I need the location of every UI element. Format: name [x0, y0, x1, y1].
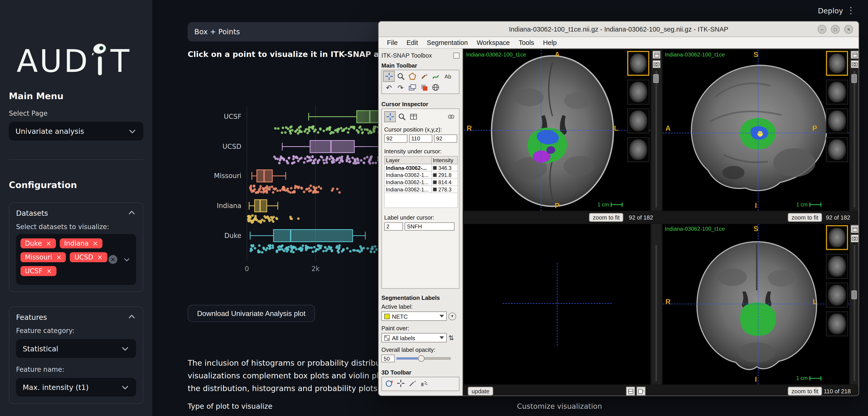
cursor-x-input[interactable] — [384, 134, 407, 143]
thumbnail[interactable] — [826, 79, 848, 104]
zoom-to-fit-button[interactable]: zoom to fit — [788, 213, 822, 222]
crosshair-vertical[interactable] — [758, 50, 758, 211]
series-Missouri[interactable] — [249, 170, 341, 194]
render-layout-icon[interactable] — [637, 387, 646, 395]
thumbnail[interactable] — [826, 254, 848, 279]
download-plot-button[interactable]: Download Univariate Analysis plot — [188, 305, 315, 322]
points[interactable] — [249, 184, 341, 194]
paintbrush-tool-icon[interactable] — [418, 71, 430, 82]
thumbnail[interactable] — [826, 312, 848, 337]
opacity-input[interactable] — [381, 355, 395, 362]
zoom-mode-icon[interactable] — [396, 111, 407, 122]
menu-edit[interactable]: Edit — [403, 39, 422, 46]
render-viewport[interactable] — [464, 224, 651, 384]
dataset-tag[interactable]: Missouri× — [21, 252, 66, 262]
table-mode-icon[interactable] — [407, 111, 419, 122]
undo-icon[interactable]: ↶ — [383, 82, 395, 93]
close-button[interactable]: × — [844, 25, 853, 34]
menu-tools[interactable]: Tools — [515, 39, 538, 46]
polygon-tool-icon[interactable] — [406, 71, 418, 82]
snake-tool-icon[interactable] — [430, 71, 441, 82]
panel-expand-icon[interactable] — [851, 51, 859, 59]
panel-expand-icon[interactable] — [653, 51, 660, 59]
cursor-y-input[interactable] — [409, 134, 432, 143]
crosshair-mode-icon[interactable] — [384, 111, 396, 122]
render-options-icon[interactable] — [626, 387, 635, 395]
remove-tag-icon[interactable]: × — [56, 253, 62, 261]
mesh-icon[interactable] — [430, 82, 441, 93]
maximize-button[interactable]: □ — [831, 25, 840, 34]
annotation-tool-icon[interactable]: Ab — [441, 71, 453, 82]
datasets-multiselect[interactable]: Duke× Indiana× Missouri× UCSD× UCSF× ✕ — [16, 234, 136, 285]
cursor-z-input[interactable] — [434, 134, 457, 143]
opacity-slider[interactable] — [396, 355, 451, 362]
crosshair-horizontal[interactable] — [464, 130, 651, 130]
sagittal-viewport[interactable]: Indiana-03062-100_t1ce S A P I 1 cm — [662, 50, 849, 211]
camera-icon[interactable] — [653, 60, 660, 68]
dataset-tag[interactable]: Duke× — [21, 238, 56, 248]
window-titlebar[interactable]: Indiana-03062-100_t1ce.nii.gz - Indiana-… — [379, 22, 859, 37]
points[interactable] — [249, 244, 378, 254]
thumbnail[interactable] — [627, 108, 649, 133]
paint-over-select[interactable]: All labels — [381, 333, 447, 342]
panel-expand-icon[interactable] — [851, 225, 859, 233]
remove-tag-icon[interactable]: × — [46, 239, 52, 247]
page-select[interactable]: Univariate analysis — [9, 122, 144, 141]
thumbnail[interactable] — [826, 137, 848, 162]
series-Indiana[interactable] — [247, 200, 300, 224]
scalpel-3d-icon[interactable] — [406, 378, 418, 389]
crosshair-horizontal[interactable] — [662, 133, 849, 133]
coronal-viewport[interactable]: Indiana-03062-100_t1ce S R L I 1 cm — [662, 224, 849, 384]
datasets-expander-header[interactable]: Datasets — [9, 203, 143, 223]
label-name-input[interactable] — [405, 222, 455, 231]
remove-tag-icon[interactable]: × — [97, 253, 103, 261]
crosshair-tool-icon[interactable] — [383, 71, 395, 82]
crosshair-horizontal[interactable] — [662, 304, 849, 304]
slice-slider[interactable] — [653, 74, 659, 83]
slice-slider[interactable] — [851, 74, 857, 83]
features-expander-header[interactable]: Features — [9, 307, 143, 327]
active-label-select[interactable]: NETC — [381, 312, 447, 321]
layer-inspector-icon[interactable] — [406, 82, 418, 93]
opacity-slider-thumb[interactable] — [418, 355, 425, 362]
sagittal-brain-image[interactable] — [662, 50, 849, 211]
feature-category-select[interactable]: Statistical — [16, 339, 136, 358]
camera-icon[interactable] — [851, 234, 859, 242]
rotate-3d-icon[interactable] — [383, 378, 395, 389]
series-UCSD[interactable] — [273, 140, 382, 165]
redo-icon[interactable]: ↷ — [395, 82, 406, 93]
points[interactable] — [247, 214, 300, 224]
toolbox-dock-icon[interactable] — [453, 52, 459, 58]
remove-tag-icon[interactable]: × — [93, 239, 98, 247]
label-overlay-icon[interactable] — [418, 82, 430, 93]
zoom-to-fit-button[interactable]: zoom to fit — [788, 387, 822, 395]
camera-icon[interactable] — [851, 60, 859, 68]
thumbnail[interactable] — [826, 108, 848, 133]
feature-name-select[interactable]: Max. intensity (t1) — [16, 378, 136, 397]
series-Duke[interactable] — [249, 229, 378, 254]
update-button[interactable]: update — [468, 387, 493, 395]
overflow-menu-icon[interactable]: ⋮ — [846, 5, 855, 15]
thumbnail[interactable] — [826, 51, 848, 76]
linked-cursor-icon[interactable] — [445, 111, 457, 122]
label-details-icon[interactable]: ▾ — [448, 312, 456, 320]
thumbnail[interactable] — [627, 51, 649, 76]
menu-segmentation[interactable]: Segmentation — [423, 39, 472, 46]
menu-workspace[interactable]: Workspace — [473, 39, 514, 46]
table-row[interactable]: Indiana-03062-1...278.3 — [384, 186, 458, 193]
label-id-input[interactable] — [384, 222, 403, 231]
table-row[interactable]: Indiana-03062-1...291.8 — [384, 171, 458, 179]
points[interactable] — [273, 155, 380, 165]
table-row[interactable]: Indiana-03062-1...814.4 — [384, 179, 458, 186]
slice-slider[interactable] — [851, 290, 857, 299]
dataset-tag[interactable]: Indiana× — [60, 238, 102, 248]
remove-tag-icon[interactable]: × — [46, 267, 52, 275]
crosshair-3d-icon[interactable] — [395, 378, 406, 389]
dataset-tag[interactable]: UCSD× — [70, 252, 107, 262]
thumbnail[interactable] — [826, 283, 848, 308]
thumbnail[interactable] — [826, 225, 848, 250]
spray-3d-icon[interactable] — [418, 378, 430, 389]
points[interactable] — [274, 125, 381, 135]
dataset-tag[interactable]: UCSF× — [21, 266, 56, 276]
deploy-button[interactable]: Deploy — [818, 7, 843, 15]
